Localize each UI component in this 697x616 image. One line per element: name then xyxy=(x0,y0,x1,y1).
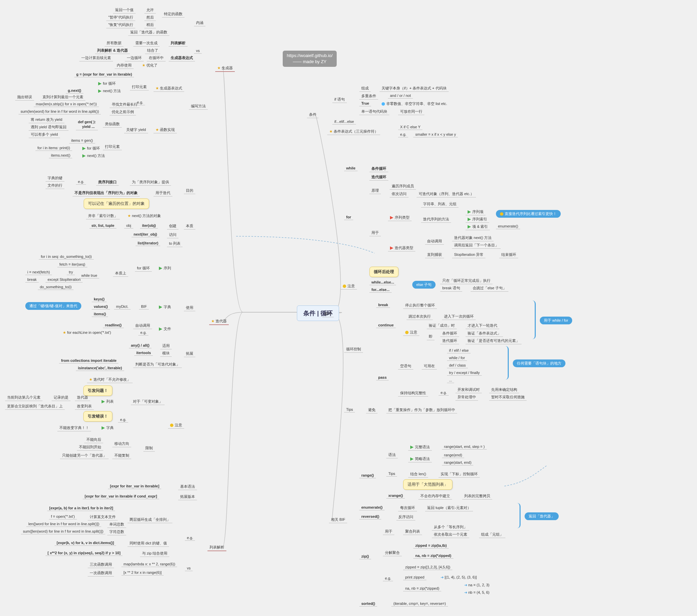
node: 一边计算后续元素 xyxy=(79,55,113,61)
node: i = next(fetch) xyxy=(25,269,52,275)
node: 验证「条件表达式」 xyxy=(465,330,503,337)
star-icon: ★ xyxy=(211,319,214,323)
node: 不能回到开始 xyxy=(77,444,103,451)
node: 异常处理中 xyxy=(456,394,478,401)
node: smaller = x if x < y else y xyxy=(413,132,458,137)
node: 关键字 yield xyxy=(124,127,148,133)
node: 迭代循环 xyxy=(369,174,388,180)
bubble: 适用于「大范围列表」 xyxy=(403,479,453,490)
flag-icon xyxy=(468,218,471,221)
node: obj xyxy=(124,223,133,229)
node: 遍历序列成员 xyxy=(390,183,416,190)
node: 适用 xyxy=(160,342,172,349)
node: 开发和调试时 xyxy=(456,386,482,393)
node: 非零数值、非空字符串、非空 list etc. xyxy=(380,101,449,107)
node: and / or / not xyxy=(388,93,413,99)
flag-icon xyxy=(98,82,102,85)
node: 不能改变字典！！ xyxy=(57,425,91,431)
bubble: 循环后处理 xyxy=(369,267,398,277)
node: 保持结构完整性 xyxy=(398,390,428,397)
node: keys() xyxy=(92,296,107,302)
node: f = open('*.txt') xyxy=(49,514,77,519)
node: 列表 xyxy=(100,398,116,405)
node: 模块 xyxy=(160,350,172,357)
node: enumerate() xyxy=(359,504,385,510)
tip-tag: 直接迭代序列比通过索引更快！ xyxy=(496,210,561,218)
node: while / for xyxy=(447,355,467,361)
node: 多重条件 xyxy=(359,93,378,100)
node: ★生成器表达式 xyxy=(153,85,184,92)
tag: 返回「迭代器」 xyxy=(524,512,559,520)
node: 字典的键 xyxy=(46,175,64,181)
node: 注意 xyxy=(168,422,184,429)
node: 只在「循环正常完成后」执行 xyxy=(440,277,492,284)
node: 空语句 xyxy=(398,363,413,370)
node: items.next() xyxy=(49,152,72,158)
node: if / elif / else xyxy=(447,348,471,353)
node: 结合了 xyxy=(145,47,160,54)
node: 自动调用 xyxy=(133,322,152,329)
node: values() xyxy=(92,304,110,309)
node: 直到捕获 xyxy=(425,251,444,258)
node: [expr(a, b) for a in iter1 for b in iter… xyxy=(47,505,115,511)
star-icon: ★ xyxy=(155,86,159,90)
node: 迭代器对象 next() 方法 xyxy=(452,235,493,241)
node: 从多个「等长序列」 xyxy=(432,524,469,531)
node: 两层循环生成「全排列」 xyxy=(128,516,173,523)
node: 才进入下一轮迭代 xyxy=(465,322,499,329)
node: 不是序列但表现出「序列行为」的对象 xyxy=(73,190,140,196)
node: 然后 xyxy=(144,14,156,21)
node: except StopIteration xyxy=(46,277,83,282)
node: to 列表 xyxy=(167,240,182,247)
node: enumerate() xyxy=(496,223,520,229)
node: 字符总数 xyxy=(107,529,126,535)
node: 与 zip 结合使用 xyxy=(140,550,169,557)
node: e.g. xyxy=(439,390,449,396)
node: 把「重复操作」作为「参数」放到循环中 xyxy=(386,407,457,413)
node: 一次函数调用 xyxy=(88,570,114,576)
node: myDict. xyxy=(114,304,131,309)
node: 结合 len() xyxy=(408,471,428,478)
node: 类序列接口 xyxy=(96,179,119,186)
node: if...elif...else xyxy=(332,119,356,124)
node: range(end) xyxy=(442,452,464,458)
flag-icon xyxy=(390,216,394,219)
node: if 语句 xyxy=(332,96,347,103)
node: 本质 xyxy=(184,223,195,230)
node: 不能向后 xyxy=(84,437,103,443)
flag-icon xyxy=(468,225,471,229)
node: break 语句 xyxy=(440,285,462,292)
node: 项 & 索引 xyxy=(465,223,490,230)
node: pass xyxy=(376,375,389,380)
node: 验证「是否还有可迭代的元素」 xyxy=(465,338,522,344)
tag: 通过「键/值/键-值对」来迭代 xyxy=(25,302,81,310)
node: 调用后返回「下一个条目」 xyxy=(452,242,501,249)
node: items = gen() xyxy=(69,138,95,144)
branch-generator: ★生成器 xyxy=(215,65,235,72)
node: next() 方法 xyxy=(80,152,107,159)
node: 生成器表达式 xyxy=(169,55,195,61)
star-icon: ★ xyxy=(142,63,145,67)
node: 序列索引 xyxy=(465,216,489,223)
node: 迭代序列的方法 xyxy=(421,216,451,223)
node: 文件 xyxy=(157,326,173,332)
node: 为「类序列对象」提供 xyxy=(130,179,171,186)
node: 判断是否为「可迭代对象」 xyxy=(133,361,182,368)
node: zipped = zip([1,2,3], [4,5,6]) xyxy=(403,564,453,570)
brace-icon xyxy=(503,346,509,380)
node: 语法 xyxy=(386,452,398,458)
node: next() 方法 xyxy=(96,88,123,94)
node: Tips xyxy=(344,407,355,412)
star-icon: ★ xyxy=(155,128,159,132)
node: str, list, tuple xyxy=(89,223,116,229)
node: while...else... xyxy=(369,279,396,285)
node: BIF xyxy=(139,304,149,309)
node: def gen( ): yield ... xyxy=(76,119,98,130)
node: "暂停"代码执行 xyxy=(106,14,135,21)
node: 限制 xyxy=(143,445,155,452)
node: 特定的函数 xyxy=(162,11,184,17)
node: 可迭代对象（序列、迭代器 etc.） xyxy=(417,191,476,197)
warn-icon xyxy=(500,212,503,216)
node: 可以有多个 yield xyxy=(29,131,60,138)
node: 允许 xyxy=(144,7,156,14)
